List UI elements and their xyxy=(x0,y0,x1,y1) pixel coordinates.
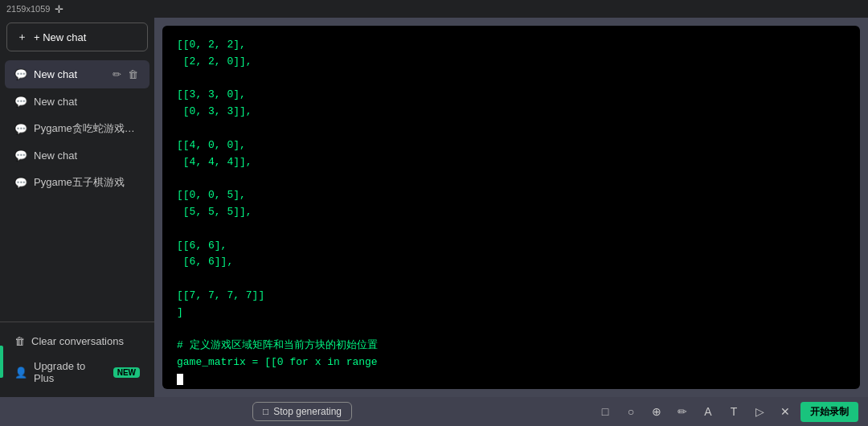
toolbar-right: □ ○ ⊕ ✏ A T ▷ ✕ 开始录制 xyxy=(595,401,858,422)
stop-icon: □ xyxy=(263,406,268,417)
sidebar-item-chat2[interactable]: 💬 New chat xyxy=(5,89,149,114)
chat-icon: 💬 xyxy=(14,123,27,135)
sidebar-items: 💬 New chat ✏ 🗑 💬 New chat 💬 Pygame贪吃蛇游戏代… xyxy=(0,56,154,322)
code-line: [[7, 7, 7, 7]] xyxy=(177,288,845,305)
code-line: [4, 4, 4]], xyxy=(177,154,845,171)
delete-icon[interactable]: 🗑 xyxy=(126,67,140,82)
code-line: [[0, 0, 5], xyxy=(177,187,845,204)
sidebar-item-label: Pygame五子棋游戏 xyxy=(34,175,140,190)
main-layout: ＋ + New chat 💬 New chat ✏ 🗑 💬 New chat 💬 xyxy=(0,18,868,397)
sidebar-item-label: New chat xyxy=(34,96,140,108)
toolbar-play-icon[interactable]: ▷ xyxy=(749,401,770,422)
new-badge: NEW xyxy=(113,367,140,378)
stop-generating-button[interactable]: □ Stop generating xyxy=(252,402,352,421)
upgrade-to-plus-button[interactable]: 👤 Upgrade to Plus NEW xyxy=(5,354,149,391)
content-area: [[0, 2, 2], [2, 2, 0]], [[3, 3, 0], [0, … xyxy=(154,18,868,397)
item-actions: ✏ 🗑 xyxy=(111,67,140,82)
chat-icon: 💬 xyxy=(14,68,27,80)
top-bar-title: 2159x1059 xyxy=(6,4,50,14)
new-chat-button-label: + New chat xyxy=(34,31,86,43)
sidebar-item-chat3[interactable]: 💬 Pygame贪吃蛇游戏代码 xyxy=(5,115,149,142)
new-chat-button[interactable]: ＋ + New chat xyxy=(6,23,148,51)
code-comment: # 定义游戏区域矩阵和当前方块的初始位置 xyxy=(177,338,845,354)
code-line: [[3, 3, 0], xyxy=(177,87,845,104)
chat-icon: 💬 xyxy=(14,177,27,189)
toolbar-circle-icon[interactable]: ○ xyxy=(620,401,641,422)
code-line xyxy=(177,121,845,137)
chat-icon: 💬 xyxy=(14,96,27,108)
cursor xyxy=(177,374,183,385)
clear-conversations-label: Clear conversations xyxy=(31,335,124,347)
code-line: ] xyxy=(177,305,845,322)
sidebar-item-chat1[interactable]: 💬 New chat ✏ 🗑 xyxy=(5,60,149,88)
sidebar-item-label: Pygame贪吃蛇游戏代码 xyxy=(34,121,140,136)
code-line: [2, 2, 0]], xyxy=(177,54,845,71)
edit-icon[interactable]: ✏ xyxy=(111,67,123,82)
sidebar-item-chat5[interactable]: 💬 Pygame五子棋游戏 xyxy=(5,169,149,196)
code-line: [[0, 2, 2], xyxy=(177,37,845,54)
code-line: [6, 6]], xyxy=(177,254,845,271)
toolbar-close-icon[interactable]: ✕ xyxy=(775,401,796,422)
code-container[interactable]: [[0, 2, 2], [2, 2, 0]], [[3, 3, 0], [0, … xyxy=(162,26,860,389)
code-line xyxy=(177,221,845,238)
toolbar-text-icon[interactable]: A xyxy=(698,401,719,422)
upgrade-to-plus-label: Upgrade to Plus xyxy=(34,360,107,384)
top-bar-icon: ✛ xyxy=(55,3,63,15)
toolbar-crosshair-icon[interactable]: ⊕ xyxy=(646,401,667,422)
toolbar-square-icon[interactable]: □ xyxy=(595,401,616,422)
code-line: [0, 3, 3]], xyxy=(177,104,845,121)
top-bar: 2159x1059 ✛ xyxy=(0,0,868,18)
code-line xyxy=(177,170,845,187)
user-icon: 👤 xyxy=(14,367,27,379)
start-recording-button[interactable]: 开始录制 xyxy=(800,402,858,422)
sidebar: ＋ + New chat 💬 New chat ✏ 🗑 💬 New chat 💬 xyxy=(0,18,154,397)
code-line: game_matrix = [[0 for x in range xyxy=(177,354,845,371)
code-line: [[6, 6], xyxy=(177,238,845,255)
chat-icon: 💬 xyxy=(14,150,27,162)
toolbar-type-icon[interactable]: T xyxy=(723,401,744,422)
sidebar-item-label: New chat xyxy=(34,150,140,162)
stop-generating-label: Stop generating xyxy=(273,406,342,417)
code-line xyxy=(177,322,845,338)
green-indicator-bar xyxy=(0,346,3,378)
code-line xyxy=(177,71,845,88)
code-line: [[4, 0, 0], xyxy=(177,137,845,154)
clear-conversations-button[interactable]: 🗑 Clear conversations xyxy=(5,329,149,354)
sidebar-bottom: 🗑 Clear conversations 👤 Upgrade to Plus … xyxy=(0,322,154,397)
sidebar-item-label: New chat xyxy=(34,68,104,80)
code-line xyxy=(177,271,845,288)
code-line: [5, 5, 5]], xyxy=(177,204,845,221)
code-cursor-line xyxy=(177,371,845,388)
trash-icon: 🗑 xyxy=(14,335,25,347)
bottom-bar: □ Stop generating □ ○ ⊕ ✏ A T ▷ ✕ 开始录制 xyxy=(0,397,868,426)
toolbar-pen-icon[interactable]: ✏ xyxy=(672,401,693,422)
plus-icon: ＋ xyxy=(17,30,27,44)
sidebar-item-chat4[interactable]: 💬 New chat xyxy=(5,143,149,168)
